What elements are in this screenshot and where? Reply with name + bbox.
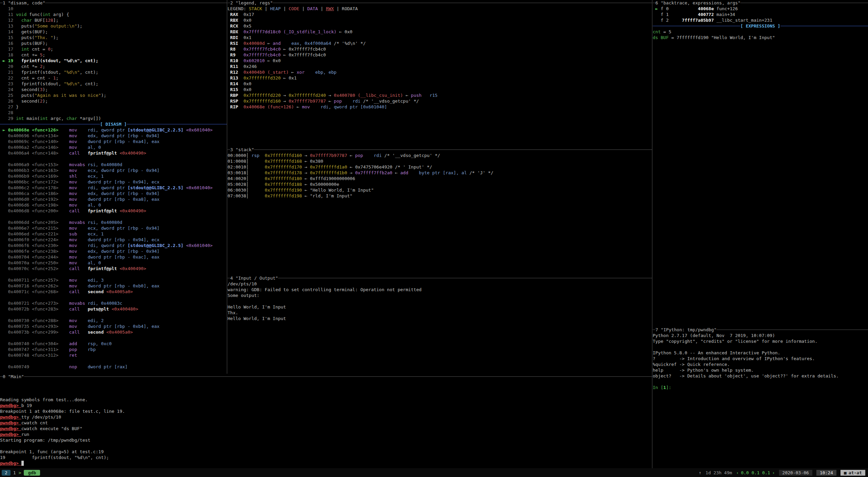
pane-disasm-code[interactable]: 1 "disasm, code" 10 11 void func(int arg… xyxy=(0,0,227,374)
pane-input-output[interactable]: 4 "Input / Output" /dev/pts/10warning: G… xyxy=(228,275,652,374)
pane-title-label: 3 "stack" xyxy=(230,147,254,152)
pane-border-line xyxy=(717,330,868,330)
section-line xyxy=(780,26,868,26)
status-hostname: ■ at-at xyxy=(840,470,865,476)
pane-ipython[interactable]: 7 "IPython: tmp/pwndbg" Python 2.7.17 (d… xyxy=(653,327,868,468)
pane-title-main: 0 "Main" xyxy=(0,374,652,379)
source-code-listing: 10 11 void func(int arg) { 12 char BUF[1… xyxy=(0,6,227,121)
load-average-value: 0.0 0.1 0.1 xyxy=(741,470,770,475)
pane-title-input-output: 4 "Input / Output" xyxy=(228,275,652,281)
uptime-icon: ↑ xyxy=(699,470,702,475)
pane-border-line xyxy=(0,376,3,377)
pane-border-vertical-left xyxy=(227,0,227,374)
expressions-section-label: [ EXPRESSIONS ] xyxy=(740,23,780,29)
angle-right-icon: › xyxy=(772,470,775,475)
status-right: ↑ 1d 23h 49m ‹ 0.0 0.1 0.1 › 2020-03-06 … xyxy=(699,470,868,476)
angle-left-icon: ‹ xyxy=(736,470,739,475)
pane-backtrace-expressions[interactable]: 6 "backtrace, expressions, args" ► f 0 4… xyxy=(653,0,868,327)
program-output: /dev/pts/10warning: GDB: Failed to set c… xyxy=(228,281,652,321)
pane-border-line xyxy=(24,376,652,377)
registers-list: RAX 0x17 RBX 0x0 RCX 0x5 RDX 0x7ffff7dd1… xyxy=(228,12,652,110)
memory-legend: LEGEND: STACK | HEAP | CODE | DATA | RWX… xyxy=(228,6,652,12)
pane-border-vertical-right xyxy=(652,0,652,468)
pane-title-label: 0 "Main" xyxy=(3,374,24,379)
pane-main-gdb-console[interactable]: 0 "Main" Reading symbols from test...don… xyxy=(0,374,652,468)
uptime-value: 1d 23h 49m xyxy=(706,470,732,475)
section-line xyxy=(653,26,740,26)
pane-border-line xyxy=(740,3,868,3)
session-badge[interactable]: 2 xyxy=(2,470,11,476)
disassembly-listing: ► 0x40068e <func+126> mov rdi, qword ptr… xyxy=(0,127,227,370)
stack-rows: 00:0000│ rsp 0x7fffffffd160 → 0x7ffff7b9… xyxy=(228,153,652,199)
pane-border-line xyxy=(653,3,655,3)
pane-title-stack: 3 "stack" xyxy=(228,147,652,153)
window-tab-gdb[interactable]: gdb xyxy=(24,470,40,476)
tmux-status-bar: 2 1 > gdb ↑ 1d 23h 49m ‹ 0.0 0.1 0.1 › 2… xyxy=(0,468,868,477)
pane-title-disasm-code: 1 "disasm, code" xyxy=(0,0,227,6)
pane-border-line xyxy=(273,3,652,3)
load-average: ‹ 0.0 0.1 0.1 › xyxy=(736,470,775,475)
pane-border-line xyxy=(228,278,230,278)
host-icon: ■ xyxy=(844,470,847,475)
pane-title-label: 2 "legend, regs" xyxy=(230,0,273,5)
pane-stack[interactable]: 3 "stack" 00:0000│ rsp 0x7fffffffd160 → … xyxy=(228,147,652,275)
section-line xyxy=(127,124,227,124)
disasm-section-label: [ DISASM ] xyxy=(100,122,127,127)
hostname-value: at-at xyxy=(849,470,862,475)
pane-title-label: 7 "IPython: tmp/pwndbg" xyxy=(655,327,717,332)
section-line xyxy=(0,124,100,124)
status-date: 2020-03-06 xyxy=(779,470,812,476)
gdb-console[interactable]: Reading symbols from test...done.pwndbg>… xyxy=(0,379,652,466)
pane-title-ipython: 7 "IPython: tmp/pwndbg" xyxy=(653,327,868,333)
pane-border-line xyxy=(653,330,655,330)
window-index: 1 xyxy=(13,470,16,475)
pane-border-line xyxy=(228,3,230,3)
pane-border-line xyxy=(45,3,227,3)
pane-title-label: 6 "backtrace, expressions, args" xyxy=(655,0,740,5)
disasm-section-header: [ DISASM ] xyxy=(0,121,227,127)
expressions-list: cnt = 5ds BUF = 7fffffffd190 "Hello Worl… xyxy=(653,29,868,40)
pane-border-line xyxy=(0,3,3,3)
pane-border-line xyxy=(278,278,652,278)
pane-legend-regs[interactable]: 2 "legend, regs" LEGEND: STACK | HEAP | … xyxy=(228,0,652,147)
backtrace-frames: ► f 0 40068e func+126 f 1 400772 main+34… xyxy=(653,6,868,23)
status-time: 10:24 xyxy=(816,470,836,476)
window-flag-icon: > xyxy=(19,470,21,475)
status-left: 2 1 > gdb xyxy=(0,470,40,476)
pane-title-label: 1 "disasm, code" xyxy=(3,0,45,5)
pane-border-line xyxy=(228,149,230,150)
pane-title-backtrace: 6 "backtrace, expressions, args" xyxy=(653,0,868,6)
pane-title-legend-regs: 2 "legend, regs" xyxy=(228,0,652,6)
pane-title-label: 4 "Input / Output" xyxy=(230,276,278,281)
expressions-section-header: [ EXPRESSIONS ] xyxy=(653,23,868,29)
pane-border-line xyxy=(254,149,652,150)
ipython-banner[interactable]: Python 2.7.17 (default, Nov 7 2019, 10:0… xyxy=(653,333,868,390)
